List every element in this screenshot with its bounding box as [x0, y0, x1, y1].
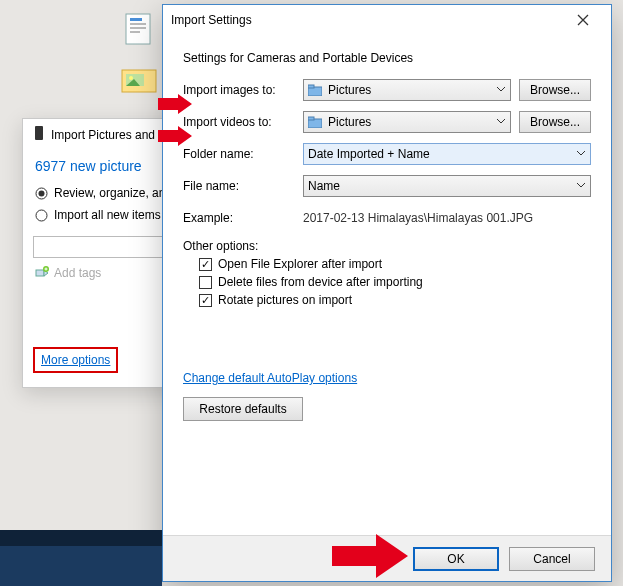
example-value: 2017-02-13 Himalayas\Himalayas 001.JPG: [303, 211, 533, 225]
folder-name-label: Folder name:: [183, 147, 295, 161]
radio-review-label: Review, organize, an: [54, 186, 165, 200]
checkbox-icon: [199, 294, 212, 307]
chevron-down-icon: [496, 83, 506, 97]
import-images-combo[interactable]: Pictures: [303, 79, 511, 101]
other-options-heading: Other options:: [183, 239, 591, 253]
checkbox-open-explorer[interactable]: Open File Explorer after import: [199, 257, 591, 271]
svg-point-7: [129, 76, 133, 80]
checkbox-delete-files[interactable]: Delete files from device after importing: [199, 275, 591, 289]
document-icon: [120, 10, 160, 50]
device-icon: [33, 125, 45, 144]
checkbox-delete-files-label: Delete files from device after importing: [218, 275, 423, 289]
folder-name-combo[interactable]: Date Imported + Name: [303, 143, 591, 165]
annotation-arrow-icon: [332, 534, 408, 581]
svg-point-10: [39, 190, 45, 196]
file-name-combo[interactable]: Name: [303, 175, 591, 197]
section-title: Settings for Cameras and Portable Device…: [183, 51, 591, 65]
chevron-down-icon: [496, 115, 506, 129]
window-edge: [0, 530, 162, 546]
svg-rect-1: [130, 18, 142, 21]
chevron-down-icon: [576, 147, 586, 161]
taskbar: [0, 546, 162, 586]
dialog-title: Import Settings: [171, 13, 252, 27]
browse-images-button[interactable]: Browse...: [519, 79, 591, 101]
titlebar: Import Settings: [163, 5, 611, 35]
more-options-highlight: More options: [33, 347, 118, 373]
browse-videos-button[interactable]: Browse...: [519, 111, 591, 133]
import-videos-combo[interactable]: Pictures: [303, 111, 511, 133]
annotation-arrow-icon: [158, 126, 192, 149]
svg-point-11: [36, 210, 47, 221]
import-images-value: Pictures: [328, 83, 371, 97]
checkbox-icon: [199, 258, 212, 271]
back-dialog-title: Import Pictures and: [51, 128, 155, 142]
checkbox-open-explorer-label: Open File Explorer after import: [218, 257, 382, 271]
checkbox-rotate-label: Rotate pictures on import: [218, 293, 352, 307]
picture-icon: [120, 60, 160, 100]
more-options-link[interactable]: More options: [41, 353, 110, 367]
folder-icon: [308, 116, 322, 128]
example-label: Example:: [183, 211, 295, 225]
svg-rect-4: [130, 31, 140, 33]
add-tags-label: Add tags: [54, 266, 101, 280]
radio-import-all-label: Import all new items: [54, 208, 161, 222]
import-videos-label: Import videos to:: [183, 115, 295, 129]
file-name-value: Name: [308, 179, 340, 193]
checkbox-rotate[interactable]: Rotate pictures on import: [199, 293, 591, 307]
close-button[interactable]: [563, 7, 603, 33]
folder-icon: [308, 84, 322, 96]
autoplay-link[interactable]: Change default AutoPlay options: [183, 371, 357, 385]
import-videos-value: Pictures: [328, 115, 371, 129]
svg-rect-3: [130, 27, 146, 29]
svg-rect-8: [35, 126, 43, 140]
svg-rect-2: [130, 23, 146, 25]
checkbox-icon: [199, 276, 212, 289]
svg-rect-12: [36, 270, 44, 276]
annotation-arrow-icon: [158, 94, 192, 117]
folder-name-value: Date Imported + Name: [308, 147, 430, 161]
restore-defaults-button[interactable]: Restore defaults: [183, 397, 303, 421]
import-settings-dialog: Import Settings Settings for Cameras and…: [162, 4, 612, 582]
ok-button[interactable]: OK: [413, 547, 499, 571]
import-images-label: Import images to:: [183, 83, 295, 97]
cancel-button[interactable]: Cancel: [509, 547, 595, 571]
svg-rect-17: [308, 117, 314, 120]
chevron-down-icon: [576, 179, 586, 193]
file-name-label: File name:: [183, 179, 295, 193]
svg-rect-15: [308, 85, 314, 88]
